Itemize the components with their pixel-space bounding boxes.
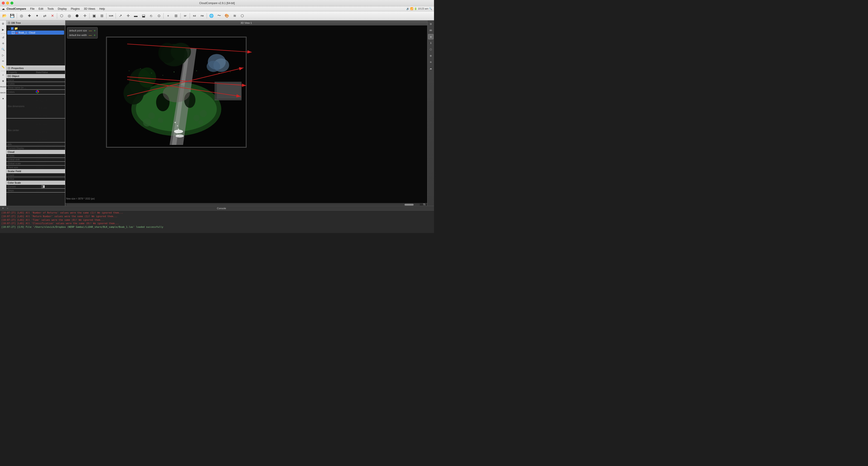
sidebar-btn-a[interactable]: A (1, 72, 6, 77)
menu-file[interactable]: File (28, 7, 36, 11)
svg-point-39 (177, 125, 178, 126)
props-col-header: Property State/Value (6, 71, 65, 74)
viewport-size-text: New size = 3078 * 1532 (px) (66, 197, 95, 200)
toolbar-misc1-btn[interactable]: ≋ (231, 12, 238, 20)
right-sidebar-plugin3[interactable]: ≋ (428, 59, 434, 65)
console-header: ✕ ○ Console (0, 206, 434, 210)
viewport-canvas[interactable]: default point size — + default line widt… (65, 25, 427, 203)
toolbar-wave-btn[interactable]: 〜 (216, 12, 223, 20)
toolbar-filter-btn[interactable]: ⊙ (155, 12, 162, 20)
toolbar-add-btn[interactable]: ✚ (26, 12, 33, 20)
svg-point-20 (158, 118, 163, 123)
toolbar-grid2-btn[interactable]: ⊞ (98, 12, 105, 20)
sidebar-btn-2[interactable]: ▶ (1, 27, 6, 32)
toolbar-shape-btn[interactable]: ⬓ (140, 12, 147, 20)
tree-item-file[interactable]: ▼ ✓ 📁 Boab_1.las (/Users/slevick/D... (7, 26, 64, 31)
menu-help[interactable]: Help (97, 7, 107, 11)
menu-3dviews[interactable]: 3D Views (82, 7, 97, 11)
line-width-plus-btn[interactable]: + (94, 34, 95, 37)
props-row-boxdim: Box dimensions X: 101.377 Y: 106.944 Z: … (6, 94, 65, 119)
toolbar-arrow-btn[interactable]: ↗ (117, 12, 124, 20)
toolbar-plus-btn[interactable]: ✛ (124, 12, 132, 20)
menu-edit[interactable]: Edit (37, 7, 45, 11)
toolbar-save-btn[interactable]: 💾 (9, 12, 16, 20)
toolbar-sor-btn[interactable]: SOR (107, 12, 115, 20)
menu-plugins[interactable]: Plugins (69, 7, 81, 11)
toolbar-point-btn[interactable]: ◎ (18, 12, 25, 20)
toolbar-grid-btn[interactable]: ▣ (90, 12, 98, 20)
right-sidebar-plugin4[interactable]: ☁ (428, 66, 434, 71)
right-sidebar-settings[interactable]: ⚙ (428, 21, 434, 27)
point-size-plus-btn[interactable]: + (94, 29, 96, 32)
console-clear-btn[interactable]: ○ (6, 207, 9, 210)
boxdim-z: Z: 41.1742 (36, 114, 47, 117)
svg-point-36 (218, 73, 219, 74)
right-sidebar-info[interactable]: ℹ (428, 40, 434, 46)
toolbar-kd-btn[interactable]: Kd (191, 12, 198, 20)
toolbar-bar-btn[interactable]: ▬ (132, 12, 140, 20)
svg-point-37 (230, 72, 231, 72)
console-line-3: [10:07:27] [LAS] All 'Time' values were … (1, 218, 433, 222)
db-tree-title: DB Tree (11, 22, 21, 24)
console-line-2: [10:07:27] [LAS] All 'Return Number' val… (1, 215, 433, 218)
props-row-colors[interactable]: Colors RGB (6, 90, 65, 94)
toolbar-mesh-btn[interactable]: ⬢ (73, 12, 81, 20)
sidebar-btn-back[interactable]: BACK (1, 90, 6, 95)
tree-checkbox-cloud[interactable]: ✓ (12, 31, 14, 34)
svg-point-28 (129, 70, 129, 71)
toolbar-transform-btn[interactable]: ⇄ (41, 12, 48, 20)
toolbar-globe-btn[interactable]: 🌐 (208, 12, 215, 20)
color-swatch: RGB (36, 90, 45, 93)
toolbar-sep-7 (180, 13, 181, 19)
sidebar-btn-measure[interactable]: 📏 (1, 65, 6, 69)
toolbar-sf-btn[interactable]: SF (182, 12, 189, 20)
viewport-scrollbar[interactable]: 75 (65, 203, 427, 206)
right-sidebar-active[interactable]: ◈ (428, 34, 434, 39)
properties-section: Properties Property State/Value (6, 66, 65, 206)
right-sidebar-plugin1[interactable]: ⬡ (428, 47, 434, 52)
pointcloud-svg (106, 37, 246, 147)
minimize-button[interactable] (6, 2, 9, 4)
svg-point-17 (174, 130, 183, 133)
right-sidebar-3d[interactable]: 3D (428, 28, 434, 33)
toolbar-fm-btn[interactable]: FM (198, 12, 206, 20)
sidebar-btn-zoom[interactable]: 🔍 (1, 47, 6, 52)
console-title: Console (10, 207, 433, 210)
toolbar-plus2-btn[interactable]: + (164, 12, 172, 20)
toolbar-grid3-btn[interactable]: ⊞ (172, 12, 180, 20)
sidebar-btn-rotate[interactable]: ↺ (1, 35, 6, 40)
db-tree-section: DB Tree ▼ ✓ 📁 Boab_1.las (/Users/slevick… (6, 21, 65, 66)
sidebar-btn-front[interactable]: FRONT (1, 84, 6, 89)
close-button[interactable] (2, 2, 5, 4)
toolbar-sphere-btn[interactable]: ⬡ (58, 12, 65, 20)
tree-checkbox-file[interactable]: ✓ (11, 27, 13, 30)
menu-display[interactable]: Display (56, 7, 68, 11)
toolbar-misc2-btn[interactable]: ⬡ (239, 12, 246, 20)
toolbar-cross-btn[interactable]: ✛ (81, 12, 88, 20)
toolbar-escape-btn[interactable]: ⎋ (148, 12, 155, 20)
toolbar-delete-btn[interactable]: ✕ (49, 12, 56, 20)
db-tree-header: DB Tree (6, 21, 65, 25)
sidebar-btn-1[interactable]: ⚙ (1, 21, 6, 26)
toolbar-circle-btn[interactable]: ◎ (66, 12, 73, 20)
toolbar-color-btn[interactable]: 🎨 (223, 12, 230, 20)
sidebar-btn-colors[interactable]: ● (1, 96, 6, 101)
right-sidebar-plugin2[interactable]: ⊕ (428, 53, 434, 59)
sidebar-btn-move[interactable]: ✛ (1, 41, 6, 46)
line-width-minus-btn[interactable]: — (89, 34, 92, 37)
sidebar-btn-draw[interactable]: ✏ (1, 59, 6, 64)
toolbar-star-btn[interactable]: ✦ (33, 12, 40, 20)
console-close-btn[interactable]: ✕ (1, 207, 4, 210)
toolbar-open-btn[interactable]: 📂 (1, 12, 8, 20)
default-line-width-row: default line width — + (69, 33, 96, 37)
tree-item-cloud[interactable]: ✓ ☁ Boab_1 - Cloud (7, 31, 64, 35)
sidebar-btn-b[interactable]: ◈ (1, 78, 6, 83)
boxdim-y: Y: 106.944 (36, 107, 47, 109)
sidebar-btn-select[interactable]: ▷ (1, 53, 6, 58)
scrollbar-thumb[interactable] (405, 204, 413, 206)
menu-tools[interactable]: Tools (45, 7, 56, 11)
point-size-minus-btn[interactable]: — (89, 29, 92, 32)
maximize-button[interactable] (10, 2, 13, 4)
rgb-icon (36, 90, 39, 93)
svg-point-30 (151, 73, 152, 74)
